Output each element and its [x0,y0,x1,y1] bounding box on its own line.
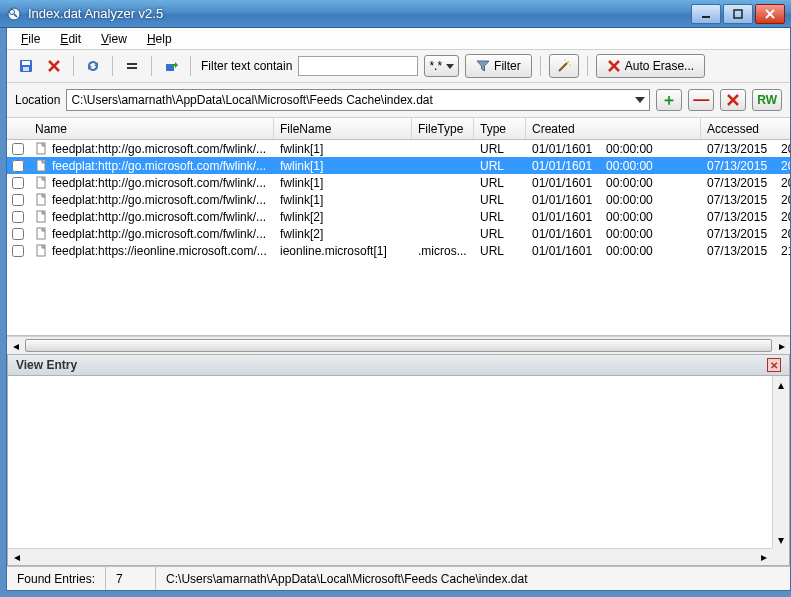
cell-accessed: 07/13/201520:18:42 [701,210,790,224]
cell-created: 01/01/160100:00:00 [526,227,701,241]
cell-created: 01/01/160100:00:00 [526,193,701,207]
cell-created: 01/01/160100:00:00 [526,244,701,258]
location-bar: Location C:\Users\amarnath\AppData\Local… [7,83,790,118]
delete-icon[interactable] [43,55,65,77]
menu-file[interactable]: File [13,30,48,48]
cell-name: feedplat:http://go.microsoft.com/fwlink/… [29,159,274,173]
filetype-label: *.* [429,59,442,73]
location-path: C:\Users\amarnath\AppData\Local\Microsof… [71,93,433,107]
found-entries-count: 7 [106,567,156,590]
cell-accessed: 07/13/201520:18:42 [701,227,790,241]
scroll-down-icon[interactable]: ▾ [773,531,789,548]
wand-icon [556,58,572,74]
cell-accessed: 07/13/201520:18:37 [701,193,790,207]
column-accessed[interactable]: Accessed [701,118,790,139]
scroll-left-icon[interactable]: ◂ [7,337,24,354]
table-row[interactable]: feedplat:https://ieonline.microsoft.com/… [7,242,790,259]
separator [151,56,152,76]
menu-view[interactable]: View [93,30,135,48]
column-created[interactable]: Created [526,118,701,139]
cell-filename: fwlink[1] [274,193,412,207]
svg-rect-4 [734,10,742,18]
cell-filename: ieonline.microsoft[1] [274,244,412,258]
save-icon[interactable] [15,55,37,77]
scroll-corner [772,548,789,565]
menu-edit[interactable]: Edit [52,30,89,48]
filter-button[interactable]: Filter [465,54,532,78]
column-headers: Name FileName FileType Type Created Acce… [7,118,790,140]
column-filename[interactable]: FileName [274,118,412,139]
cell-type: URL [474,159,526,173]
row-checkbox[interactable] [12,177,24,189]
refresh-icon[interactable] [82,55,104,77]
cell-filename: fwlink[1] [274,142,412,156]
cell-accessed: 07/13/201520:18:37 [701,176,790,190]
horizontal-scrollbar[interactable]: ◂ ▸ [8,548,772,565]
svg-point-18 [564,59,566,61]
row-checkbox[interactable] [12,194,24,206]
view-entry-header: View Entry ✕ [7,354,790,376]
cell-filename: fwlink[1] [274,176,412,190]
scroll-right-icon[interactable]: ▸ [773,337,790,354]
column-name[interactable]: Name [29,118,274,139]
view-entry-close-icon[interactable]: ✕ [767,358,781,372]
table-row[interactable]: feedplat:http://go.microsoft.com/fwlink/… [7,157,790,174]
rw-button[interactable]: RW [752,89,782,111]
menu-help[interactable]: Help [139,30,180,48]
cell-name: feedplat:http://go.microsoft.com/fwlink/… [29,193,274,207]
table-row[interactable]: feedplat:http://go.microsoft.com/fwlink/… [7,208,790,225]
cell-filename: fwlink[1] [274,159,412,173]
list-body[interactable]: feedplat:http://go.microsoft.com/fwlink/… [7,140,790,336]
horizontal-scrollbar[interactable]: ◂ ▸ [7,336,790,354]
filter-button-label: Filter [494,59,521,73]
table-row[interactable]: feedplat:http://go.microsoft.com/fwlink/… [7,191,790,208]
location-dropdown[interactable]: C:\Users\amarnath\AppData\Local\Microsof… [66,89,650,111]
auto-erase-button[interactable]: Auto Erase... [596,54,705,78]
view-entry-title: View Entry [16,358,77,372]
minimize-button[interactable] [691,4,721,24]
filter-input[interactable] [298,56,418,76]
titlebar: Index.dat Analyzer v2.5 [0,0,791,28]
menubar: File Edit View Help [7,28,790,50]
filetype-dropdown[interactable]: *.* [424,55,459,77]
separator [540,56,541,76]
maximize-button[interactable] [723,4,753,24]
cell-accessed: 07/13/201520:18:37 [701,142,790,156]
scroll-left-icon[interactable]: ◂ [8,549,25,565]
column-type[interactable]: Type [474,118,526,139]
vertical-scrollbar[interactable]: ▴ ▾ [772,376,789,548]
table-row[interactable]: feedplat:http://go.microsoft.com/fwlink/… [7,225,790,242]
cell-filename: fwlink[2] [274,210,412,224]
scroll-up-icon[interactable]: ▴ [773,376,789,393]
magic-button[interactable] [549,54,579,78]
close-button[interactable] [755,4,785,24]
cell-type: URL [474,142,526,156]
cell-created: 01/01/160100:00:00 [526,159,701,173]
location-label: Location [15,93,60,107]
equals-icon[interactable] [121,55,143,77]
row-checkbox[interactable] [12,211,24,223]
scroll-right-icon[interactable]: ▸ [755,549,772,565]
svg-point-19 [569,64,571,66]
add-button[interactable]: ＋ [656,89,682,111]
scroll-thumb[interactable] [25,339,772,352]
separator [587,56,588,76]
cell-created: 01/01/160100:00:00 [526,210,701,224]
cell-accessed: 07/13/201520:18:37 [701,159,790,173]
export-icon[interactable] [160,55,182,77]
row-checkbox[interactable] [12,143,24,155]
row-checkbox[interactable] [12,228,24,240]
separator [73,56,74,76]
row-checkbox[interactable] [12,245,24,257]
remove-button[interactable]: — [688,89,714,111]
column-checkbox[interactable] [7,118,29,139]
svg-line-16 [559,63,567,71]
batch-delete-button[interactable] [720,89,746,111]
column-filetype[interactable]: FileType [412,118,474,139]
cell-filetype: .micros... [412,244,474,258]
cell-name: feedplat:http://go.microsoft.com/fwlink/… [29,210,274,224]
table-row[interactable]: feedplat:http://go.microsoft.com/fwlink/… [7,174,790,191]
table-row[interactable]: feedplat:http://go.microsoft.com/fwlink/… [7,140,790,157]
row-checkbox[interactable] [12,160,24,172]
svg-point-17 [567,61,569,63]
